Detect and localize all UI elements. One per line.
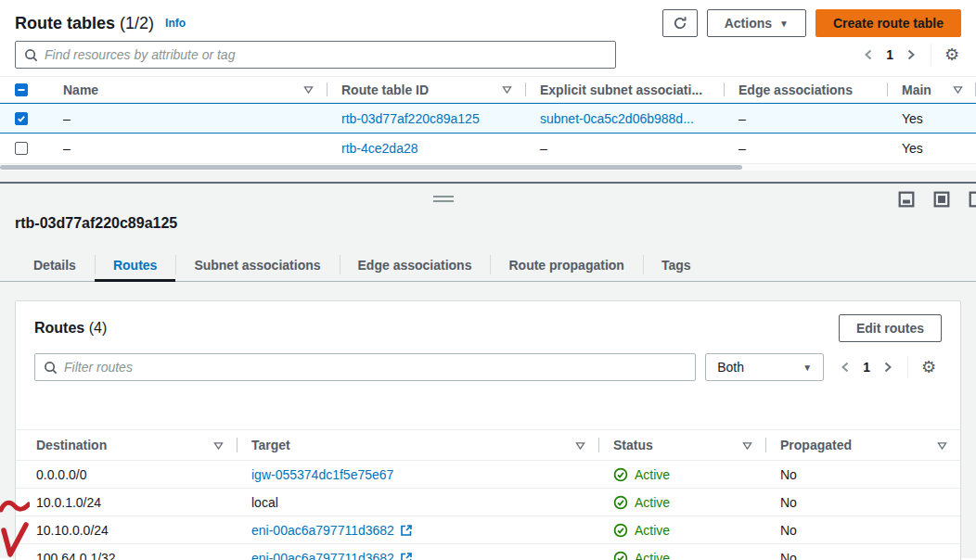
column-header-route-table-id[interactable]: Route table ID <box>327 77 525 102</box>
list-header: Route tables (1/2) Info Actions ▼ Create… <box>0 0 976 41</box>
column-header-explicit-subnet[interactable]: Explicit subnet associati... <box>525 77 724 102</box>
destination-value: 10.10.0.0/24 <box>36 523 109 538</box>
propagated-value: No <box>780 467 797 482</box>
page-title-text: Route tables <box>15 14 115 32</box>
sort-icon[interactable] <box>575 440 585 451</box>
refresh-button[interactable] <box>662 9 698 37</box>
route-type-value: Both <box>717 360 744 375</box>
subnet-link[interactable]: subnet-0ca5c2d06b988d... <box>540 111 694 126</box>
table-row[interactable]: – rtb-4ce2da28 – – Yes <box>0 134 976 164</box>
tab-subnet-associations[interactable]: Subnet associations <box>175 248 339 281</box>
route-row: 0.0.0.0/0 igw-055374dc1f5e75e67 Active N… <box>16 461 960 489</box>
name-value: – <box>63 141 71 156</box>
detail-tabs: Details Routes Subnet associations Edge … <box>0 248 976 282</box>
sort-icon[interactable] <box>502 84 512 95</box>
external-link-icon[interactable] <box>400 552 413 560</box>
destination-value: 0.0.0.0/0 <box>36 467 87 482</box>
search-icon <box>24 48 38 62</box>
name-value: – <box>63 111 71 126</box>
pane-gap <box>0 171 976 182</box>
routes-count: (4) <box>89 320 108 336</box>
split-panel: rtb-03d77af220c89a125 Details Routes Sub… <box>0 182 976 558</box>
tab-route-propagation[interactable]: Route propagation <box>490 248 642 281</box>
sort-icon[interactable] <box>742 440 752 451</box>
target-link[interactable]: igw-055374dc1f5e75e67 <box>251 467 393 482</box>
page-number[interactable]: 1 <box>857 360 876 375</box>
edit-routes-button[interactable]: Edit routes <box>839 314 942 342</box>
create-label: Create route table <box>833 16 944 31</box>
gear-icon[interactable]: ⚙ <box>939 42 965 68</box>
filter-routes-input[interactable] <box>64 360 687 375</box>
panel-position-bottom-icon[interactable] <box>898 191 915 208</box>
route-table-id-link[interactable]: rtb-4ce2da28 <box>341 141 418 156</box>
destination-value: 10.0.1.0/24 <box>36 495 101 510</box>
route-row: 10.10.0.0/24 eni-00ac6a797711d3682 Activ… <box>16 516 960 544</box>
column-header-target[interactable]: Target <box>237 430 598 460</box>
toolbar-divider <box>907 356 908 378</box>
table-row[interactable]: – rtb-03d77af220c89a125 subnet-0ca5c2d06… <box>0 103 976 134</box>
chevron-left-icon[interactable] <box>833 355 857 379</box>
column-header-status[interactable]: Status <box>598 430 765 460</box>
main-value: Yes <box>902 111 923 126</box>
edge-value: – <box>738 111 746 126</box>
route-type-select[interactable]: Both ▼ <box>705 353 824 381</box>
tab-edge-associations[interactable]: Edge associations <box>340 248 491 281</box>
status-active-icon <box>613 551 628 560</box>
page-number[interactable]: 1 <box>880 47 899 62</box>
chevron-left-icon[interactable] <box>856 43 880 67</box>
column-header-edge-associations[interactable]: Edge associations <box>724 77 887 102</box>
actions-button[interactable]: Actions ▼ <box>707 9 806 37</box>
propagated-value: No <box>780 523 797 538</box>
column-header-destination[interactable]: Destination <box>16 430 237 460</box>
subnet-value: – <box>540 141 547 156</box>
sort-icon[interactable] <box>937 440 947 451</box>
scrollbar-thumb[interactable] <box>0 165 742 170</box>
status-value: Active <box>635 467 670 482</box>
row-checkbox[interactable] <box>15 112 28 125</box>
selection-count: (1/2) <box>120 14 154 32</box>
caret-down-icon: ▼ <box>803 363 812 373</box>
panel-position-side-icon[interactable] <box>969 191 976 208</box>
column-header-propagated[interactable]: Propagated <box>765 430 960 460</box>
status-value: Active <box>635 495 670 510</box>
target-link[interactable]: eni-00ac6a797711d3682 <box>251 523 394 538</box>
column-header-name[interactable]: Name <box>52 77 327 102</box>
propagated-value: No <box>780 495 797 510</box>
split-panel-drag-handle[interactable] <box>433 196 454 205</box>
tab-details[interactable]: Details <box>15 248 95 281</box>
status-value: Active <box>635 523 670 538</box>
external-link-icon[interactable] <box>400 524 413 537</box>
sort-icon[interactable] <box>953 84 963 95</box>
routes-filter[interactable] <box>34 353 696 381</box>
chevron-right-icon[interactable] <box>899 43 923 67</box>
main-value: Yes <box>902 141 923 156</box>
create-route-table-button[interactable]: Create route table <box>815 9 961 37</box>
list-toolbar: 1 ⚙ <box>0 41 976 76</box>
routes-filter-row: Both ▼ 1 ⚙ <box>16 350 960 392</box>
panel-title: rtb-03d77af220c89a125 <box>0 215 976 237</box>
routes-title: Routes (4) <box>34 320 107 337</box>
tab-tags[interactable]: Tags <box>643 248 710 281</box>
route-table-id-link[interactable]: rtb-03d77af220c89a125 <box>341 111 480 126</box>
column-header-main[interactable]: Main <box>887 77 976 102</box>
chevron-right-icon[interactable] <box>876 355 900 379</box>
search-input[interactable] <box>45 47 607 62</box>
list-pagination: 1 <box>856 43 923 67</box>
tab-routes[interactable]: Routes <box>95 248 175 281</box>
panel-position-hide-icon[interactable] <box>933 191 950 208</box>
actions-label: Actions <box>725 16 772 31</box>
row-checkbox[interactable] <box>15 142 28 155</box>
status-value: Active <box>635 551 670 560</box>
resource-search[interactable] <box>15 41 616 69</box>
status-active-icon <box>613 467 628 482</box>
gear-icon[interactable]: ⚙ <box>916 354 942 380</box>
status-active-icon <box>613 523 628 538</box>
sort-icon[interactable] <box>213 440 224 451</box>
select-all-checkbox[interactable] <box>15 83 28 96</box>
route-tables-header-row: Name Route table ID Explicit subnet asso… <box>0 76 976 103</box>
info-link[interactable]: Info <box>165 17 186 30</box>
caret-down-icon: ▼ <box>779 19 789 29</box>
target-link[interactable]: eni-00ac6a797711d3682 <box>251 551 394 560</box>
sort-icon[interactable] <box>303 84 314 95</box>
route-tables-section: Route tables (1/2) Info Actions ▼ Create… <box>0 0 976 182</box>
